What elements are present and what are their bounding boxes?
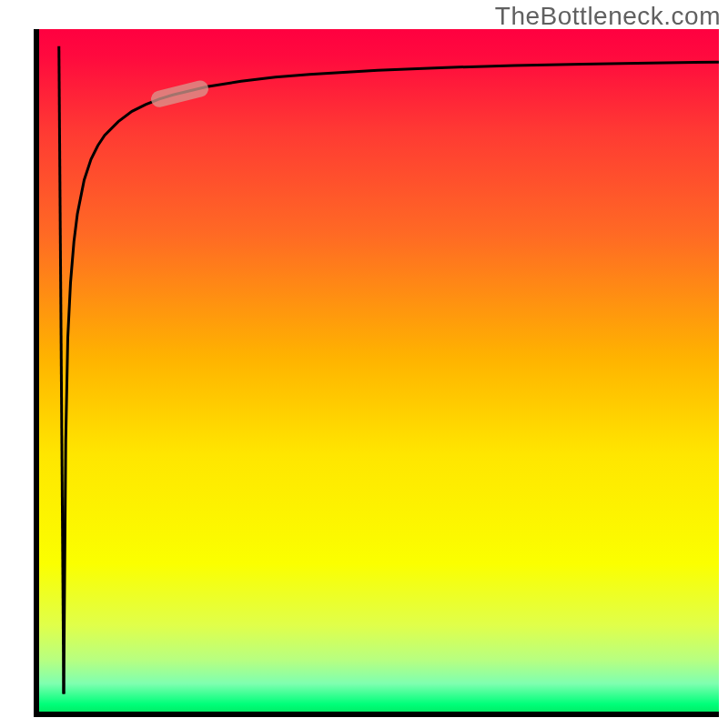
curve-highlight-segment xyxy=(159,89,200,99)
plot-background xyxy=(36,29,719,714)
bottleneck-chart xyxy=(0,0,728,728)
chart-container: { "watermark": "TheBottleneck.com", "cha… xyxy=(0,0,728,728)
watermark-text: TheBottleneck.com xyxy=(495,2,721,31)
